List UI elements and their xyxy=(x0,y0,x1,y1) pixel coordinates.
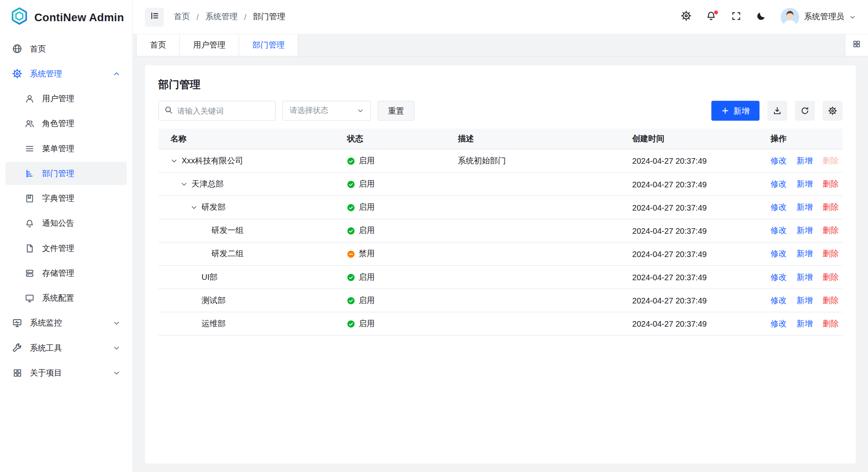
layout-grid-icon xyxy=(852,40,861,50)
sidebar-item-system-monitor[interactable]: 系统监控 xyxy=(6,311,127,334)
breadcrumb-system[interactable]: 系统管理 xyxy=(205,12,237,22)
sidebar-item-system-management[interactable]: 系统管理 xyxy=(6,62,127,85)
users-icon xyxy=(24,119,34,129)
sidebar-item-system-tools[interactable]: 系统工具 xyxy=(6,336,127,360)
notifications-button[interactable] xyxy=(706,11,717,22)
delete-link[interactable]: 删除 xyxy=(823,202,839,213)
col-header-status: 状态 xyxy=(338,133,449,144)
reset-button[interactable]: 重置 xyxy=(377,101,415,121)
file-icon xyxy=(24,243,34,253)
sidebar-item-storage-management[interactable]: 存储管理 xyxy=(6,261,127,285)
sidebar-item-notice[interactable]: 通知公告 xyxy=(6,211,127,235)
delete-link[interactable]: 删除 xyxy=(823,318,839,329)
tab-actions-button[interactable] xyxy=(845,34,868,56)
status-enabled-icon xyxy=(347,320,355,327)
settings-button[interactable] xyxy=(681,11,692,22)
add-button[interactable]: 新增 xyxy=(712,101,760,121)
delete-link[interactable]: 删除 xyxy=(823,156,839,166)
sidebar-item-about-project[interactable]: 关于项目 xyxy=(6,361,127,384)
collapse-sidebar-button[interactable] xyxy=(145,8,164,26)
col-header-desc: 描述 xyxy=(449,133,623,144)
status-enabled-icon xyxy=(347,227,355,234)
col-header-ops: 操作 xyxy=(762,133,842,144)
add-link[interactable]: 新增 xyxy=(797,272,813,282)
sidebar-item-dict-management[interactable]: 字典管理 xyxy=(6,187,127,210)
download-icon xyxy=(773,106,782,115)
add-link[interactable]: 新增 xyxy=(797,318,813,329)
edit-link[interactable]: 修改 xyxy=(771,156,787,166)
tab-home[interactable]: 首页 xyxy=(136,34,180,56)
table-settings-button[interactable] xyxy=(823,101,843,121)
chevron-up-icon xyxy=(113,70,120,77)
sidebar-item-system-config[interactable]: 系统配置 xyxy=(6,286,127,309)
select-placeholder: 请选择状态 xyxy=(289,106,328,116)
fullscreen-button[interactable] xyxy=(730,11,742,22)
edit-link[interactable]: 修改 xyxy=(771,225,787,236)
collapse-sidebar-icon xyxy=(150,11,159,23)
search-input[interactable] xyxy=(177,106,277,115)
status-enabled-icon xyxy=(347,273,355,281)
status-select[interactable]: 请选择状态 xyxy=(282,101,371,121)
breadcrumb-home[interactable]: 首页 xyxy=(174,12,190,22)
dept-name: 运维部 xyxy=(202,318,226,329)
add-link[interactable]: 新增 xyxy=(797,249,813,259)
edit-link[interactable]: 修改 xyxy=(771,272,787,282)
breadcrumb-separator: / xyxy=(244,12,247,21)
sidebar: ContiNew Admin 首页 系统管理 xyxy=(0,0,133,472)
sidebar-item-user-management[interactable]: 用户管理 xyxy=(6,87,127,110)
sidebar-item-menu-management[interactable]: 菜单管理 xyxy=(6,137,127,160)
user-icon xyxy=(24,94,34,104)
edit-link[interactable]: 修改 xyxy=(771,179,787,189)
add-link[interactable]: 新增 xyxy=(797,202,813,213)
collapse-row-icon[interactable] xyxy=(190,204,202,211)
delete-link[interactable]: 删除 xyxy=(823,179,839,189)
display-icon xyxy=(24,293,34,303)
export-button[interactable] xyxy=(767,101,787,121)
app-logo[interactable]: ContiNew Admin xyxy=(0,0,132,34)
col-header-time: 创建时间 xyxy=(623,133,762,144)
sidebar-item-role-management[interactable]: 角色管理 xyxy=(6,112,127,135)
keyword-search xyxy=(158,101,276,121)
tab-dept-management[interactable]: 部门管理 xyxy=(239,34,299,56)
delete-link[interactable]: 删除 xyxy=(823,225,839,236)
main-area: 首页 / 系统管理 / 部门管理 xyxy=(133,0,868,472)
sidebar-item-home[interactable]: 首页 xyxy=(6,37,127,60)
sidebar-item-label: 存储管理 xyxy=(42,268,74,278)
status-label: 启用 xyxy=(359,179,375,189)
edit-link[interactable]: 修改 xyxy=(771,295,787,305)
delete-link[interactable]: 删除 xyxy=(823,295,839,305)
add-link[interactable]: 新增 xyxy=(797,225,813,236)
edit-link[interactable]: 修改 xyxy=(771,202,787,213)
dark-mode-toggle[interactable] xyxy=(756,11,767,22)
notification-badge-dot xyxy=(714,10,718,14)
table-row: UI部 启用 2024-04-27 20:37:49 修改 新增 删除 xyxy=(158,266,843,289)
delete-link[interactable]: 删除 xyxy=(823,272,839,282)
refresh-icon xyxy=(800,106,809,115)
tab-label: 用户管理 xyxy=(193,40,225,50)
edit-link[interactable]: 修改 xyxy=(771,249,787,259)
sidebar-item-label: 系统监控 xyxy=(30,317,62,328)
tab-user-management[interactable]: 用户管理 xyxy=(180,34,239,56)
collapse-row-icon[interactable] xyxy=(170,157,182,165)
add-link[interactable]: 新增 xyxy=(797,179,813,189)
user-menu[interactable]: 系统管理员 xyxy=(780,8,856,26)
add-link[interactable]: 新增 xyxy=(797,156,813,166)
chevron-down-icon xyxy=(357,107,364,114)
sidebar-item-label: 角色管理 xyxy=(42,118,74,129)
collapse-row-icon[interactable] xyxy=(180,181,192,188)
sidebar-item-dept-management[interactable]: 部门管理 xyxy=(6,162,127,185)
add-link[interactable]: 新增 xyxy=(797,295,813,305)
breadcrumb-current: 部门管理 xyxy=(253,12,285,22)
sidebar-item-file-management[interactable]: 文件管理 xyxy=(6,237,127,260)
status-label: 启用 xyxy=(359,202,375,213)
created-time: 2024-04-27 20:37:49 xyxy=(623,249,762,258)
edit-link[interactable]: 修改 xyxy=(771,318,787,329)
sidebar-item-label: 通知公告 xyxy=(42,218,74,228)
sidebar-item-label: 系统管理 xyxy=(30,68,62,79)
tab-bar: 首页 用户管理 部门管理 xyxy=(133,34,868,56)
refresh-button[interactable] xyxy=(795,101,815,121)
table-row: 测试部 启用 2024-04-27 20:37:49 修改 新增 删除 xyxy=(158,289,843,312)
app-title: ContiNew Admin xyxy=(34,11,124,24)
delete-link[interactable]: 删除 xyxy=(823,249,839,259)
gear-icon xyxy=(828,106,837,115)
